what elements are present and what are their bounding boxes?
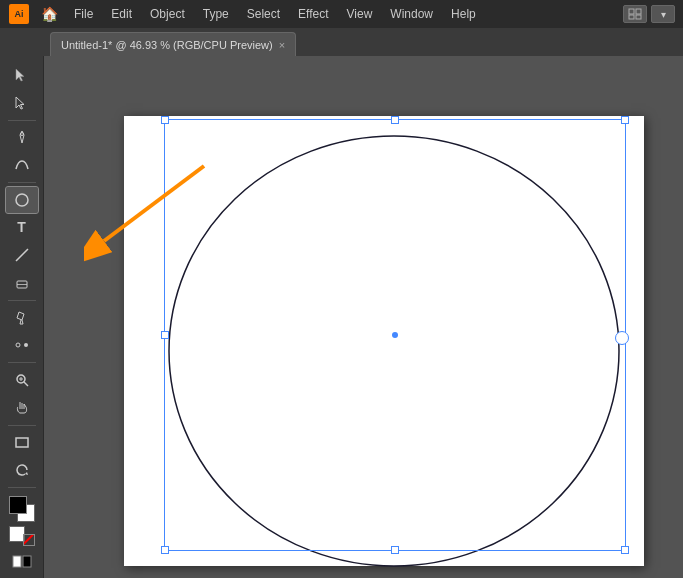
ellipse-tool[interactable] (6, 187, 38, 213)
mode-buttons (8, 552, 36, 572)
svg-rect-2 (629, 15, 634, 19)
eraser-tool[interactable] (6, 270, 38, 296)
selection-tool[interactable] (6, 62, 38, 88)
tool-separator-1 (8, 120, 36, 121)
menu-type[interactable]: Type (195, 5, 237, 23)
tool-separator-2 (8, 182, 36, 183)
document-tab[interactable]: Untitled-1* @ 46.93 % (RGB/CPU Preview) … (50, 32, 296, 56)
blend-tool[interactable] (6, 333, 38, 359)
stroke-indicator (23, 534, 35, 546)
app-logo-wrap: Ai (8, 3, 30, 25)
workspace-button[interactable] (623, 5, 647, 23)
menu-window[interactable]: Window (382, 5, 441, 23)
main-layout: T (0, 56, 683, 578)
svg-rect-3 (636, 15, 641, 19)
svg-point-4 (20, 133, 23, 136)
svg-line-12 (24, 382, 28, 386)
tab-close-button[interactable]: × (279, 39, 285, 51)
type-icon: T (17, 219, 26, 235)
rotate-tool[interactable] (6, 457, 38, 483)
tab-bar: Untitled-1* @ 46.93 % (RGB/CPU Preview) … (0, 28, 683, 56)
tool-separator-4 (8, 362, 36, 363)
stroke-fill-area[interactable] (7, 526, 37, 546)
svg-point-5 (16, 194, 28, 206)
menu-right-area: ▾ (623, 5, 675, 23)
zoom-tool[interactable] (6, 367, 38, 393)
rectangle-tool[interactable] (6, 430, 38, 456)
normal-mode-button[interactable] (8, 552, 36, 572)
direct-selection-tool[interactable] (6, 90, 38, 116)
tool-separator-5 (8, 425, 36, 426)
canvas-paper (124, 116, 644, 566)
foreground-color-swatch[interactable] (9, 496, 27, 514)
menu-object[interactable]: Object (142, 5, 193, 23)
line-tool[interactable] (6, 242, 38, 268)
pen-tool[interactable] (6, 124, 38, 150)
color-swatches[interactable] (7, 496, 37, 522)
toolbar: T (0, 56, 44, 578)
home-button[interactable]: 🏠 (38, 3, 60, 25)
menu-effect[interactable]: Effect (290, 5, 336, 23)
svg-point-10 (24, 343, 28, 347)
svg-rect-0 (629, 9, 634, 14)
workspace-dropdown[interactable]: ▾ (651, 5, 675, 23)
menu-edit[interactable]: Edit (103, 5, 140, 23)
canvas-area[interactable] (44, 56, 683, 578)
menu-help[interactable]: Help (443, 5, 484, 23)
curvature-tool[interactable] (6, 152, 38, 178)
svg-rect-1 (636, 9, 641, 14)
ai-logo: Ai (9, 4, 29, 24)
menu-bar: Ai 🏠 File Edit Object Type Select Effect… (0, 0, 683, 28)
menu-select[interactable]: Select (239, 5, 288, 23)
svg-rect-15 (16, 438, 28, 447)
svg-rect-17 (23, 556, 31, 567)
paint-bucket-tool[interactable] (6, 305, 38, 331)
svg-rect-16 (13, 556, 21, 567)
tab-label: Untitled-1* @ 46.93 % (RGB/CPU Preview) (61, 39, 273, 51)
type-tool[interactable]: T (6, 215, 38, 241)
tool-separator-3 (8, 300, 36, 301)
svg-point-9 (16, 343, 20, 347)
tool-separator-6 (8, 487, 36, 488)
menu-file[interactable]: File (66, 5, 101, 23)
hand-tool[interactable] (6, 395, 38, 421)
menu-view[interactable]: View (339, 5, 381, 23)
svg-line-6 (16, 249, 28, 261)
